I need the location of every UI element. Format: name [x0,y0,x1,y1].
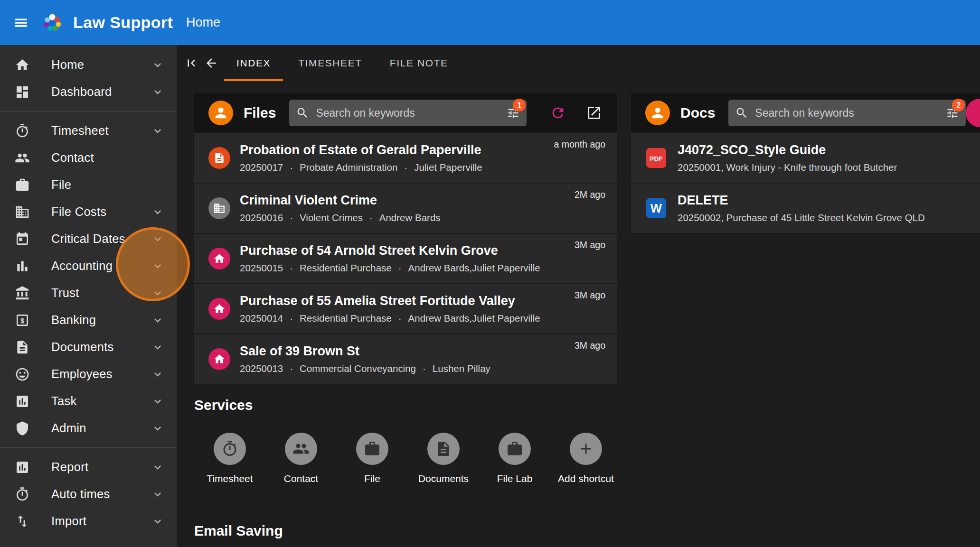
chevron-down-icon[interactable] [151,488,164,501]
file-meta: 20250015 Residential Purchase Andrew Bar… [240,262,605,274]
pdf-icon: PDF [645,147,667,169]
refresh-icon[interactable] [547,102,568,123]
service-file[interactable]: File [337,433,408,484]
sidebar-item-employees[interactable]: Employees [0,361,177,388]
sidebar-item-label: Auto times [51,487,151,501]
files-searchbox[interactable]: 1 [289,100,527,126]
sidebar-item-home[interactable]: Home [0,51,177,78]
chart-box-icon [14,393,30,409]
chevron-down-icon[interactable] [151,395,164,408]
sidebar-item-file-costs[interactable]: File Costs [0,198,177,225]
smiley-icon [14,366,30,382]
files-header: Files 1 [194,93,617,132]
sidebar-item-accounting[interactable]: Accounting [0,252,177,279]
sidebar-item-label: Report [51,460,151,474]
docs-title: Docs [680,105,715,121]
filter-badge: 1 [513,99,526,111]
file-row[interactable]: Sale of 39 Brown St 20250013 Commercial … [194,334,617,384]
sidebar-item-banking[interactable]: $ Banking [0,306,177,334]
sidebar-item-critical-dates[interactable]: Critical Dates [0,225,177,252]
file-row[interactable]: Purchase of 54 Arnold Street Kelvin Grov… [194,233,617,283]
sidebar-item-report[interactable]: Report [0,454,177,481]
dashboard-icon [14,84,30,100]
docs-list: PDF J4072_SCO_Style Guide 20250001, Work… [631,132,980,233]
sidebar-item-import[interactable]: Import [0,508,177,535]
chevron-down-icon[interactable] [151,232,164,246]
chevron-down-icon[interactable] [151,260,164,273]
sidebar-item-contact[interactable]: Contact [0,144,177,171]
service-file-lab[interactable]: File Lab [479,433,550,484]
tab-file-note[interactable]: FILE NOTE [377,45,461,81]
chevron-down-icon[interactable] [151,341,164,354]
sidebar-item-timesheet[interactable]: Timesheet [0,117,177,144]
calendar-icon [14,231,30,247]
chevron-down-icon[interactable] [151,287,164,300]
sidebar-item-label: Trust [51,286,151,300]
file-title: Purchase of 54 Arnold Street Kelvin Grov… [240,243,605,258]
home-icon [208,348,230,370]
chevron-down-icon[interactable] [151,205,164,219]
file-row[interactable]: Criminal Violent Crime 20250016 Violent … [194,183,617,233]
sidebar-item-task[interactable]: Task [0,388,177,415]
doc-row[interactable]: W DELETE 20250002, Purchase of 45 Little… [631,183,980,233]
sidebar-item-file[interactable]: File [0,171,177,198]
sidebar-item-auto-times[interactable]: Auto times [0,481,177,508]
file-row[interactable]: Probation of Estate of Gerald Paperville… [194,132,617,183]
chevron-down-icon[interactable] [151,58,164,72]
building-icon [208,197,230,219]
open-in-new-icon[interactable] [584,102,604,123]
first-page-icon[interactable] [181,53,201,74]
sidebar-item-documents[interactable]: Documents [0,334,177,361]
docs-fab-partial[interactable] [966,99,980,127]
files-panel: Files 1 Probation of Estate of Gerald Pa… [194,93,617,384]
docs-panel: Docs 2 PDF J4072_SCO_Style Guide 2025000… [631,93,980,233]
chevron-down-icon[interactable] [151,368,164,381]
service-contact[interactable]: Contact [265,433,337,484]
sidebar-item-label: Accounting [51,259,151,273]
service-timesheet[interactable]: Timesheet [194,433,265,484]
briefcase-icon [14,177,30,193]
word-icon: W [645,197,667,219]
chevron-down-icon[interactable] [151,314,164,327]
swap-vert-icon [14,513,30,529]
svg-text:W: W [650,202,662,215]
docs-search-input[interactable] [754,106,946,120]
sidebar-divider [0,111,177,111]
file-number: 20250017 [240,162,283,173]
tab-timesheet[interactable]: TIMESHEET [286,45,375,81]
docs-searchbox[interactable]: 2 [728,100,966,126]
topbar-brand-area: Law Support [0,9,177,36]
file-title: Sale of 39 Brown St [240,344,605,359]
menu-icon[interactable] [10,12,31,33]
file-number: 20250016 [240,212,283,223]
sidebar-item-dashboard[interactable]: Dashboard [0,78,177,105]
tab-index[interactable]: INDEX [224,45,283,81]
chevron-down-icon[interactable] [151,85,164,99]
chevron-down-icon[interactable] [151,461,164,474]
sidebar-item-label: Task [51,394,151,408]
files-search-input[interactable] [315,106,507,120]
file-row[interactable]: Purchase of 55 Amelia Street Fortitude V… [194,283,617,334]
briefcase-icon [356,433,388,465]
service-documents[interactable]: Documents [408,433,479,484]
doc-row[interactable]: PDF J4072_SCO_Style Guide 20250001, Work… [631,132,980,183]
main-content: INDEX TIMESHEET FILE NOTE Files 1 [177,45,980,547]
chevron-down-icon[interactable] [151,515,164,528]
back-icon[interactable] [201,53,221,74]
sidebar-item-trust[interactable]: Trust [0,279,177,306]
doc-title: DELETE [678,193,925,208]
sidebar-item-admin[interactable]: Admin [0,415,177,442]
service-add-shortcut[interactable]: Add shortcut [550,433,622,484]
people-icon [285,433,317,465]
topbar-tab-home[interactable]: Home [186,15,220,29]
file-time-label: 3M ago [575,340,605,351]
docs-header: Docs 2 [631,93,980,132]
file-people: Lushen Pillay [416,363,490,374]
home-icon [208,298,230,320]
file-title: Probation of Estate of Gerald Paperville [240,143,605,158]
chevron-down-icon[interactable] [151,422,164,435]
stopwatch-icon [14,123,30,139]
chevron-down-icon[interactable] [151,124,164,138]
people-icon [14,150,30,166]
contract-icon [208,147,230,169]
